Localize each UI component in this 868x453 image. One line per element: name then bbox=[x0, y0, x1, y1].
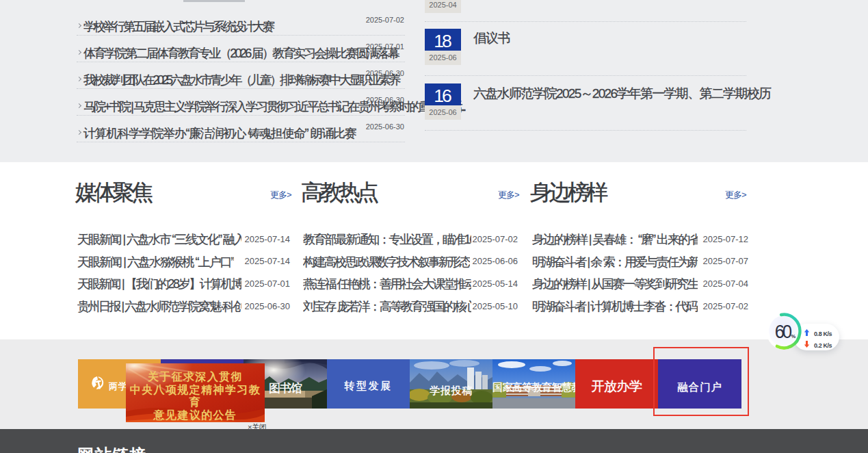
svg-text:0.8 K/s: 0.8 K/s bbox=[814, 331, 832, 337]
svg-text:0.2 K/s: 0.2 K/s bbox=[814, 342, 832, 349]
svg-text:60: 60 bbox=[775, 321, 792, 342]
svg-text:%: % bbox=[791, 333, 796, 339]
